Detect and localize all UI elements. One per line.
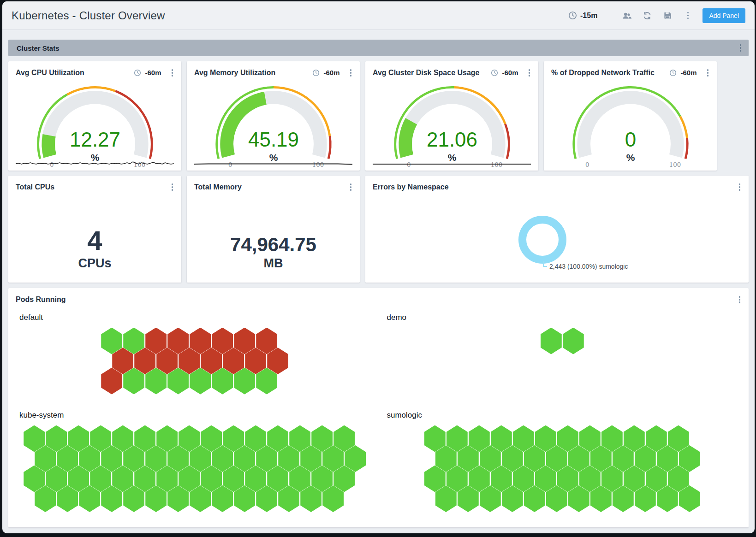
gauge-chart: 0%0100: [551, 80, 710, 170]
refresh-icon[interactable]: [643, 11, 652, 20]
namespace-grid: default demo kube-system sumologic: [8, 306, 749, 513]
gauge-sparkline: [373, 160, 531, 167]
panel-title: Avg Memory Utilization: [194, 69, 275, 77]
namespace-sumologic: sumologic: [379, 403, 746, 513]
section-header-cluster-stats[interactable]: Cluster Stats: [8, 40, 749, 56]
pod-hex-running[interactable]: [541, 328, 562, 354]
total-memory-value: 74,964.75: [230, 235, 316, 255]
svg-text:%: %: [626, 152, 635, 162]
donut-slice-label: 2,443 (100.00%) sumologic: [549, 263, 628, 270]
panel-time-range[interactable]: -60m: [145, 69, 161, 77]
gauge-sparkline: [194, 160, 352, 167]
panel-menu-kebab-icon[interactable]: [169, 68, 176, 78]
gauge-chart: 12.27%0100: [16, 80, 174, 170]
namespace-demo: demo: [379, 306, 746, 403]
svg-text:0: 0: [585, 161, 589, 168]
total-cpus-value: 4: [87, 227, 102, 255]
panel-menu-kebab-icon[interactable]: [704, 68, 712, 78]
pods-honeycomb: [424, 425, 700, 513]
clock-icon: [568, 11, 577, 20]
panel-title: Avg CPU Utilization: [16, 69, 84, 77]
clock-icon: [669, 69, 677, 77]
time-range-label: -15m: [580, 12, 597, 20]
panel-menu-kebab-icon[interactable]: [169, 182, 176, 192]
page-title: Kubernetes - Cluster Overview: [12, 9, 165, 22]
svg-text:45.19: 45.19: [248, 128, 299, 151]
errors-by-namespace-panel: Errors by Namespace 2,443 (100.00%) sumo…: [365, 176, 749, 283]
panel-title: Errors by Namespace: [373, 183, 449, 191]
gauge-chart: 45.19%0100: [194, 80, 353, 170]
svg-text:0: 0: [625, 128, 636, 151]
namespace-label: sumologic: [387, 411, 746, 420]
stats-row: Total CPUs 4 CPUs Total Memory 74,964.75…: [8, 176, 749, 283]
panel-title: Avg Cluster Disk Space Usage: [373, 69, 480, 77]
section-menu-kebab-icon[interactable]: [737, 43, 744, 53]
pods-honeycomb: [541, 328, 584, 354]
screenshot-frame: Kubernetes - Cluster Overview -15m Add P…: [0, 0, 756, 537]
gauge-sparkline: [16, 160, 174, 167]
errors-donut-chart[interactable]: [518, 216, 566, 264]
donut-callout-line: [543, 266, 547, 267]
dashboard-time-range[interactable]: -15m: [568, 11, 597, 20]
gauge-panel-avg-memory-utilization: Avg Memory Utilization -60m 45.19%0100: [187, 61, 360, 171]
gauges-row: Avg CPU Utilization -60m 12.27%0100 Avg …: [8, 61, 749, 171]
panel-menu-kebab-icon[interactable]: [347, 182, 355, 192]
panel-title: Total Memory: [194, 183, 242, 191]
gauge-panel-avg-cpu-utilization: Avg CPU Utilization -60m 12.27%0100: [8, 61, 181, 171]
dashboard-app: Kubernetes - Cluster Overview -15m Add P…: [2, 1, 755, 533]
panel-time-range[interactable]: -60m: [680, 69, 696, 77]
pod-hex-running[interactable]: [563, 328, 584, 354]
panel-menu-kebab-icon[interactable]: [526, 68, 533, 78]
pods-honeycomb: [101, 328, 288, 395]
namespace-label: kube-system: [19, 411, 379, 420]
top-bar-actions: -15m Add Panel: [568, 8, 745, 23]
clock-icon: [312, 69, 320, 77]
clock-icon: [491, 69, 498, 77]
add-panel-button[interactable]: Add Panel: [702, 8, 745, 23]
panel-title: Total CPUs: [16, 183, 54, 191]
panel-time-range[interactable]: -60m: [502, 69, 518, 77]
gauge-panel-avg-cluster-disk-space-usage: Avg Cluster Disk Space Usage -60m 21.06%…: [365, 61, 538, 171]
gauge-panel-dropped-network-traffic: % of Dropped Network Traffic -60m 0%0100: [544, 61, 717, 171]
gauge-chart: 21.06%0100: [373, 80, 531, 170]
pods-honeycomb: [24, 425, 366, 513]
panel-menu-kebab-icon[interactable]: [736, 295, 744, 305]
namespace-default: default: [11, 306, 379, 403]
top-bar: Kubernetes - Cluster Overview -15m Add P…: [2, 1, 755, 30]
namespace-label: demo: [387, 313, 746, 322]
svg-text:12.27: 12.27: [70, 128, 120, 151]
section-title: Cluster Stats: [17, 44, 60, 52]
panel-menu-kebab-icon[interactable]: [347, 68, 355, 78]
save-icon[interactable]: [663, 11, 672, 20]
total-cpus-panel: Total CPUs 4 CPUs: [8, 176, 181, 283]
panel-title: Pods Running: [16, 295, 65, 304]
namespace-label: default: [19, 313, 379, 322]
total-memory-unit: MB: [264, 256, 283, 271]
dashboard-menu-kebab-icon[interactable]: [683, 11, 692, 20]
total-memory-panel: Total Memory 74,964.75 MB: [187, 176, 360, 283]
clock-icon: [134, 69, 141, 77]
pods-running-panel: Pods Running default demo kube-system su…: [8, 288, 749, 527]
panel-menu-kebab-icon[interactable]: [736, 182, 744, 192]
svg-text:100: 100: [669, 161, 681, 168]
svg-text:21.06: 21.06: [427, 128, 477, 151]
panel-time-range[interactable]: -60m: [323, 69, 339, 77]
share-users-icon[interactable]: [622, 11, 631, 20]
total-cpus-unit: CPUs: [78, 256, 111, 271]
namespace-kube-system: kube-system: [11, 403, 379, 513]
panel-title: % of Dropped Network Traffic: [551, 69, 655, 77]
